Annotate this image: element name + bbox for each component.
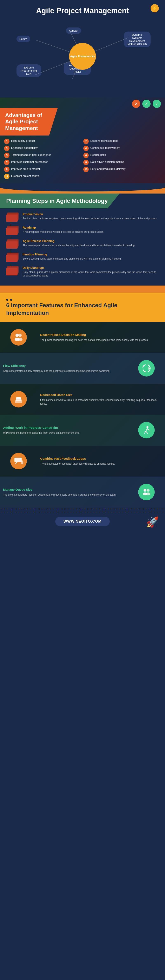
planning-step-2: Roadmap A roadmap has milestones we need…: [6, 226, 159, 235]
feature-icon-5: [0, 445, 37, 477]
adv-text-6: Reduce risks: [90, 153, 106, 157]
feedback-icon: [13, 456, 24, 466]
planning-steps-container: Product Vision Product vision includes l…: [0, 208, 165, 286]
feature-icon-4: [128, 415, 165, 445]
planning-section: Planning Steps in Agile Methodology Prod…: [0, 191, 165, 286]
frameworks-diagram: Agile Frameworks Scrum Kanban Dynamic Sy…: [8, 23, 157, 89]
wave-transition-1: [0, 183, 165, 191]
adv-num-4: 4: [83, 146, 89, 151]
lightning-icon: ⚡: [151, 4, 159, 13]
svg-marker-20: [15, 462, 17, 464]
feature-icon-1: [0, 322, 37, 353]
feature-circle-2: [138, 360, 155, 377]
svg-point-5: [16, 334, 19, 337]
feature-text-6: Manage Queue Size The project managers f…: [0, 477, 128, 508]
feature-item-5: Combine Fast Feedback Loops Try to get c…: [0, 445, 165, 477]
svg-rect-19: [14, 458, 22, 462]
step-title-3: Agile Release Planning: [23, 239, 159, 243]
feature-title-1: Decentralised Decision-Making: [40, 333, 162, 337]
step-icon-3: [6, 239, 20, 248]
planning-header: Planning Steps in Agile Methodology: [0, 194, 120, 208]
step-desc-3: The release plan shows how much function…: [23, 243, 159, 247]
step-icon-2: [6, 226, 20, 235]
feature-desc-4: WIP shows the number of tasks the team w…: [3, 431, 125, 435]
feature-desc-5: Try to get customer feedback after every…: [40, 462, 162, 466]
advantage-item-3: 3 Enhanced adaptability: [4, 146, 82, 151]
step-content-1: Product Vision Product vision includes l…: [23, 213, 159, 220]
svg-point-22: [144, 489, 146, 492]
feature-icon-3: [0, 384, 37, 415]
advantage-item-11: 11 Excellent project control: [4, 174, 161, 179]
feature-desc-6: The project managers focus on queue size…: [3, 493, 125, 496]
advantages-section: ✕ ✓ ✓ Advantages of Agile Project Manage…: [0, 98, 165, 183]
planning-step-5: Daily Stand-ups Daily stand-up includes …: [6, 266, 159, 277]
feature-text-2: Flow Efficiency Agile concentrates on fl…: [0, 353, 128, 384]
svg-point-8: [17, 338, 22, 341]
svg-point-14: [146, 426, 149, 428]
deco-check2-icon: ✓: [152, 100, 161, 108]
agile-center: Agile Frameworks: [69, 43, 96, 70]
step-desc-5: Daily stand-up includes a proper discuss…: [23, 270, 159, 277]
dots-decoration: [0, 508, 165, 513]
step-title-2: Roadmap: [23, 226, 159, 229]
features-header: 6 Important Features for Enhanced Agile …: [0, 293, 165, 322]
header-dot-2: [10, 299, 12, 301]
feature-title-6: Manage Queue Size: [3, 488, 125, 491]
step-icon-4: [6, 253, 20, 262]
feature-title-5: Combine Fast Feedback Loops: [40, 457, 162, 460]
feature-icon-6: [128, 477, 165, 508]
advantage-item-5: 5 Testing based on user experience: [4, 153, 82, 158]
step-content-4: Iteration Planning Before starting sprin…: [23, 253, 159, 261]
advantage-item-6: 6 Reduce risks: [83, 153, 161, 158]
feature-desc-2: Agile concentrates on flow efficiency, a…: [3, 369, 125, 373]
step-desc-1: Product vision includes long-term goals,…: [23, 217, 159, 220]
feature-text-3: Decreased Batch Size Little batches of w…: [37, 384, 165, 415]
adv-text-11: Excellent project control: [11, 174, 40, 178]
feature-circle-5: [10, 453, 27, 469]
step-desc-2: A roadmap has milestones we need to cros…: [23, 230, 159, 234]
planning-step-3: Agile Release Planning The release plan …: [6, 239, 159, 248]
adv-text-1: High-quality product: [11, 138, 35, 143]
footer-url[interactable]: WWW.NEOITO.COM: [55, 517, 110, 526]
batch-icon: [13, 394, 24, 404]
feature-circle-4: [138, 422, 155, 438]
feature-circle-6: [138, 484, 155, 500]
frameworks-section: Agile Frameworks Scrum Kanban Dynamic Sy…: [0, 19, 165, 98]
feature-title-3: Decreased Batch Size: [40, 393, 162, 396]
feature-text-5: Combine Fast Feedback Loops Try to get c…: [37, 445, 165, 477]
adv-num-2: 2: [83, 138, 89, 144]
footer-section: WWW.NEOITO.COM 🚀: [0, 513, 165, 530]
planning-step-1: Product Vision Product vision includes l…: [6, 213, 159, 222]
svg-point-6: [18, 334, 22, 337]
adv-decoration: ✕ ✓ ✓: [0, 98, 165, 108]
adv-num-8: 8: [83, 160, 89, 165]
svg-point-25: [146, 493, 150, 495]
svg-rect-13: [16, 397, 21, 399]
feature-desc-3: Little batches of work will result in sm…: [40, 398, 162, 406]
features-section: 6 Important Features for Enhanced Agile …: [0, 293, 165, 508]
step-content-2: Roadmap A roadmap has milestones we need…: [23, 226, 159, 234]
queue-icon: [141, 487, 152, 497]
step-icon-1: [6, 213, 20, 222]
footer-rocket-icon: 🚀: [146, 516, 159, 528]
adv-num-5: 5: [4, 153, 10, 158]
planning-title: Planning Steps in Agile Methodology: [6, 198, 113, 204]
step-content-3: Agile Release Planning The release plan …: [23, 239, 159, 247]
adv-num-9: 9: [4, 167, 10, 172]
adv-text-8: Data-driven decision making: [90, 160, 124, 164]
advantage-item-7: 7 Improved customer satisfaction: [4, 160, 82, 165]
svg-line-18: [148, 429, 149, 430]
cycle-icon: [141, 363, 152, 374]
feature-item-1: Decentralised Decision-Making The power …: [0, 322, 165, 353]
svg-point-23: [147, 489, 149, 492]
adv-text-10: Early and predictable delivery: [90, 167, 125, 171]
planning-step-4: Iteration Planning Before starting sprin…: [6, 253, 159, 262]
runner-icon: [141, 425, 152, 435]
advantage-item-2: 2 Lessens technical debt: [83, 138, 161, 144]
feature-item-2: Flow Efficiency Agile concentrates on fl…: [0, 353, 165, 384]
feature-title-4: Adding 'Work in Progress' Constraint: [3, 426, 125, 430]
adv-text-5: Testing based on user experience: [11, 153, 51, 157]
adv-text-9: Improves time to market: [11, 167, 40, 171]
advantage-item-1: 1 High-quality product: [4, 138, 82, 144]
feature-text-1: Decentralised Decision-Making The power …: [37, 322, 165, 353]
